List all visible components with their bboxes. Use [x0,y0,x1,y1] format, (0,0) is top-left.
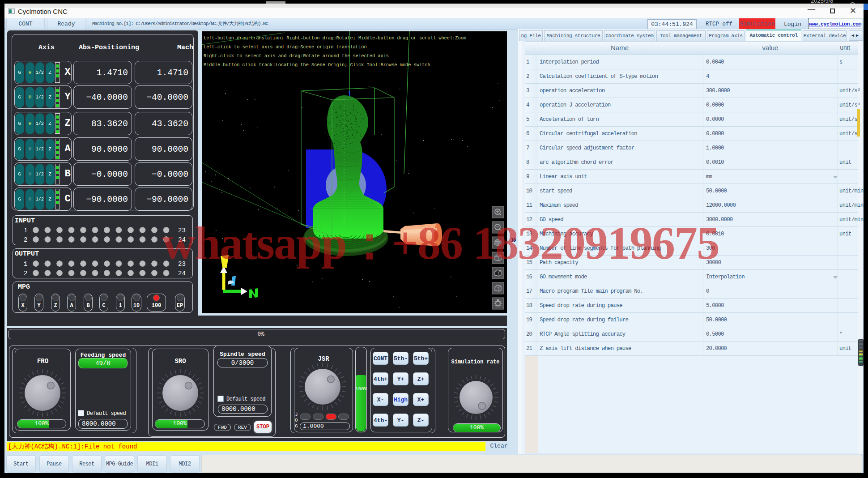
svg-text:Middle-button click track:Loca: Middle-button click track:Locating the S… [204,62,430,68]
svg-text:Left-click to select axis and: Left-click to select axis and drag:Scene… [204,44,367,50]
svg-text:Right-click to select axis and: Right-click to select axis and drag:Rota… [204,53,389,59]
svg-text:Left-button drag:translation;: Left-button drag:translation; Right-butt… [204,35,466,41]
